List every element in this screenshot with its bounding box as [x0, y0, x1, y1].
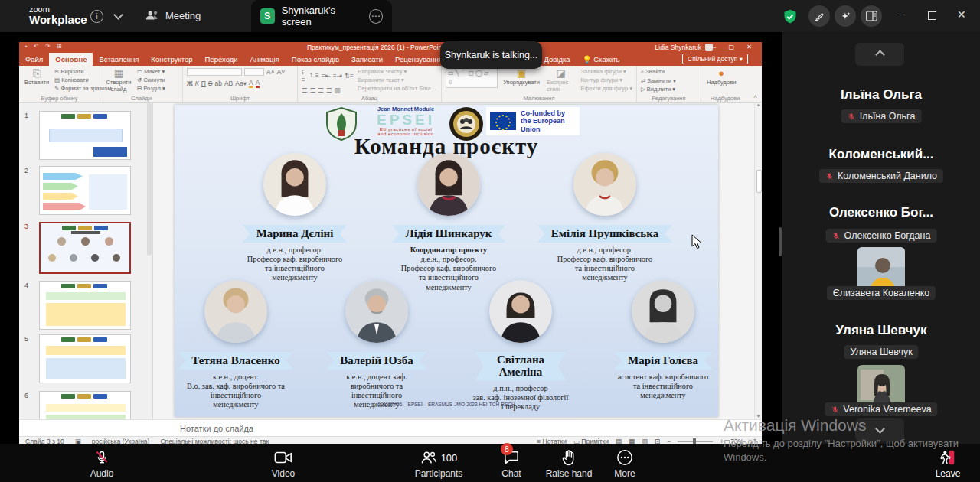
select-button[interactable]: ▷ Виділити ▾ — [641, 86, 676, 93]
layout-icon — [866, 11, 877, 21]
slide-thumbnail-5[interactable] — [39, 334, 131, 383]
chat-button[interactable]: 8 Chat — [490, 448, 533, 479]
slide-thumbnail-2[interactable] — [39, 166, 131, 215]
bold-button[interactable]: Ж — [187, 80, 193, 87]
annotate-button[interactable] — [808, 5, 830, 27]
paste-button[interactable]: ⎘Вставити — [23, 68, 51, 93]
addins-button[interactable]: ●Надбудови — [705, 68, 737, 93]
case-button[interactable]: Аа▾ — [235, 80, 247, 87]
line-spacing-button[interactable]: ⇅≡ — [345, 72, 354, 80]
shrink-font-button[interactable]: А˅ — [277, 68, 286, 76]
ppt-tab-file[interactable]: Файл — [19, 53, 49, 66]
thumb-number: 1 — [24, 112, 28, 119]
raise-hand-button[interactable]: Raise hand — [541, 448, 597, 479]
more-button[interactable]: More — [603, 448, 646, 479]
slide-thumbnail-4[interactable] — [39, 281, 131, 330]
collapse-ribbon-icon[interactable]: ˄ — [753, 93, 757, 100]
section-button[interactable]: ⊟ Розділ ▾ — [137, 85, 165, 92]
align-left-button[interactable]: ☰ — [302, 86, 308, 94]
reset-button[interactable]: ↺ Скинути — [137, 77, 165, 83]
grow-font-button[interactable]: А˄ — [266, 68, 275, 76]
audio-button[interactable]: Audio — [79, 448, 125, 479]
scroll-up-button[interactable] — [855, 43, 904, 66]
font-size-select[interactable] — [244, 68, 264, 76]
convert-smartart-button[interactable]: Перетворити на об'єкт SmartArt — [358, 85, 437, 92]
strike-button[interactable]: S — [208, 80, 213, 87]
slide-vertical-scrollbar[interactable]: ▲▼ — [754, 103, 762, 419]
shapes-gallery[interactable]: ▭ ╲ ⌒ ◻ ◯ ▱ ⇩△ ⌐ ⇨ ◠ ( ) ☆ — [446, 68, 498, 88]
participant-badge: Veronika Veremeeva — [825, 402, 937, 416]
scrollbar-thumb[interactable] — [756, 170, 762, 193]
tab-meeting[interactable]: Meeting — [145, 9, 201, 21]
maximize-button[interactable] — [928, 11, 936, 20]
ppt-tab-slideshow[interactable]: Показ слайдів — [286, 53, 345, 66]
zoom-slider[interactable] — [678, 441, 713, 442]
columns-button[interactable]: ▥ — [335, 86, 341, 94]
ribbon-group-editing: ⌕ Знайти ⇄ Замінити ▾ ▷ Виділити ▾ Редаг… — [637, 66, 701, 102]
minimize-button[interactable]: – — [899, 8, 905, 20]
quick-styles-button[interactable]: ◪Експрес-стилі — [545, 68, 577, 93]
close-button[interactable]: ✕ — [957, 8, 966, 21]
text-direction-button[interactable]: Напрямок тексту ▾ — [358, 68, 437, 75]
slide-thumbnail-1[interactable] — [39, 111, 131, 160]
align-center-button[interactable]: ☰ — [310, 86, 316, 94]
italic-button[interactable]: К — [195, 80, 199, 87]
view-layout-button[interactable] — [861, 5, 882, 27]
participant-tile-name: Уляна Шевчук — [782, 323, 980, 338]
info-icon[interactable]: i — [90, 10, 103, 23]
notes-pane[interactable]: Нотатки до слайда — [19, 419, 762, 436]
shape-outline-button[interactable]: Контур фігури ▾ — [580, 77, 632, 83]
spacing-button[interactable]: АВ — [224, 80, 233, 87]
ppt-tab-record[interactable]: Записати — [345, 53, 389, 66]
sidebar-scrollbar[interactable] — [779, 227, 782, 256]
ppt-tab-insert[interactable]: Вставлення — [93, 53, 145, 66]
team-member-card: Марина Дєліні д.е.н., професор. Професор… — [218, 153, 371, 283]
font-name-select[interactable] — [187, 68, 242, 76]
indent-left-button[interactable]: ≡⇤ — [322, 72, 331, 80]
ppt-ribbon: ⎘Вставити ✂ Вирізати ▤ Копіювати ✎ Форма… — [19, 66, 762, 103]
security-shield-icon[interactable] — [782, 8, 798, 25]
muted-mic-icon — [831, 405, 839, 414]
slide-thumbnail-3-selected[interactable] — [39, 222, 131, 274]
new-slide-button[interactable]: ▦Створити слайд — [104, 68, 133, 93]
ppt-tellme[interactable]: 💡 Скажіть — [577, 53, 626, 66]
leave-button[interactable]: Leave — [925, 448, 971, 479]
shape-fill-button[interactable]: Заливка фігури ▾ — [580, 68, 632, 75]
quick-access-toolbar[interactable]: ▪ ↶ ↷ ⊞ — [25, 43, 64, 50]
participants-button[interactable]: 100 Participants — [404, 448, 473, 479]
indent-right-button[interactable]: ≡⇥ — [333, 72, 342, 80]
ppt-window-controls[interactable]: – ▢ ✕ — [713, 44, 757, 50]
tab-options-icon[interactable]: ⋯ — [369, 9, 383, 24]
chevron-down-icon[interactable] — [113, 10, 123, 20]
arrange-button[interactable]: ▣Упорядкувати — [501, 68, 541, 93]
highlight-button[interactable]: А — [249, 79, 253, 88]
video-button[interactable]: Video — [260, 448, 306, 479]
underline-button[interactable]: П — [201, 80, 206, 87]
ppt-tab-design[interactable]: Конструктор — [145, 53, 198, 66]
ppt-tab-animations[interactable]: Анімація — [244, 53, 286, 66]
ppt-tab-help[interactable]: Довідка — [537, 53, 576, 66]
ppt-share-button[interactable]: Спільний доступ ▾ — [682, 54, 748, 64]
layout-button[interactable]: ▭ Макет ▾ — [137, 68, 165, 75]
align-right-button[interactable]: ☰ — [318, 86, 324, 94]
ppt-tab-home[interactable]: Основне — [49, 53, 93, 66]
shadow-button[interactable]: ab — [214, 80, 221, 87]
shape-effects-button[interactable]: Ефекти для фігур ▾ — [580, 85, 632, 92]
ppt-tab-transitions[interactable]: Переходи — [199, 53, 244, 66]
ai-companion-button[interactable] — [835, 5, 856, 27]
replace-button[interactable]: ⇄ Замінити ▾ — [641, 77, 676, 84]
slide-thumbnail-6[interactable] — [39, 391, 131, 419]
numbering-button[interactable]: ⒈≡ — [309, 71, 318, 80]
tab-shared-screen[interactable]: S Shynkaruk's screen ⋯ — [251, 0, 392, 32]
bullets-button[interactable]: ⁝≡ — [302, 68, 306, 83]
justify-button[interactable]: ☰ — [326, 86, 332, 94]
align-text-button[interactable]: Вирівняти текст ▾ — [358, 77, 437, 83]
ribbon-group-drawing: ▭ ╲ ⌒ ◻ ◯ ▱ ⇩△ ⌐ ⇨ ◠ ( ) ☆ ▣Упорядкувати… — [442, 66, 637, 102]
share-tab-initial: S — [260, 8, 275, 24]
font-color-button[interactable]: А — [256, 79, 260, 88]
slide-thumbnail-panel: 1 2 3 — [19, 103, 153, 419]
find-button[interactable]: ⌕ Знайти — [641, 68, 676, 76]
member-name: Тетяна Власенко — [178, 352, 293, 370]
scroll-down-button[interactable] — [855, 418, 904, 441]
thumbnail-scrollbar[interactable] — [147, 103, 152, 256]
